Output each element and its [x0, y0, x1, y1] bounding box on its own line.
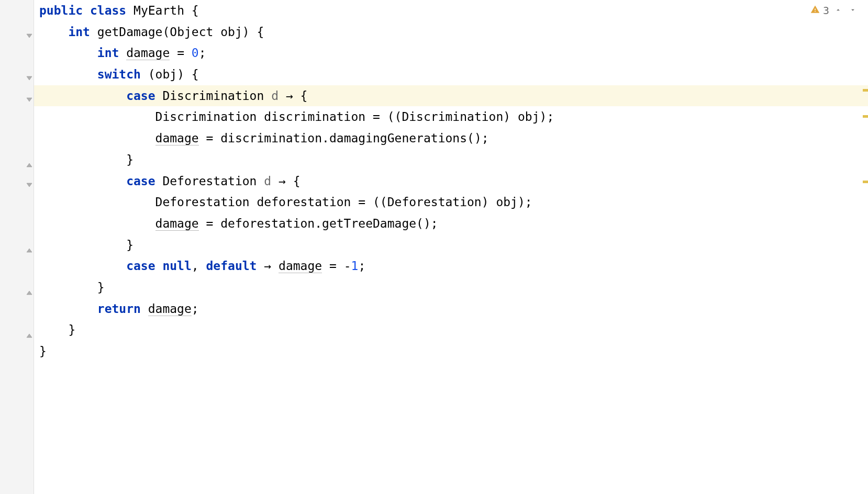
code-line[interactable]: Discrimination discrimination = ((Discri… [34, 106, 868, 128]
fold-open-icon[interactable] [26, 93, 32, 99]
fold-close-icon[interactable] [26, 284, 32, 290]
code-line[interactable]: switch (obj) { [34, 64, 868, 85]
code-line[interactable]: } [34, 319, 868, 341]
prev-highlight-icon[interactable] [832, 6, 844, 16]
fold-close-icon[interactable] [26, 327, 32, 333]
fold-close-icon[interactable] [26, 242, 32, 248]
code-line[interactable]: } [34, 234, 868, 256]
code-line[interactable]: damage = discrimination.damagingGenerati… [34, 128, 868, 149]
code-line[interactable]: case Deforestation d → { [34, 171, 868, 192]
overview-ruler[interactable] [863, 0, 868, 494]
code-area[interactable]: 3 public class MyEarth { int getDamage(O… [34, 0, 868, 494]
code-line[interactable]: public class MyEarth { [34, 0, 868, 21]
fold-open-icon[interactable] [26, 71, 32, 77]
code-line[interactable]: case null, default → damage = -1; [34, 255, 868, 277]
code-line[interactable]: } [34, 149, 868, 171]
code-line[interactable]: int damage = 0; [34, 42, 868, 64]
ruler-warning-mark[interactable] [863, 181, 868, 183]
fold-close-icon[interactable] [26, 156, 32, 163]
fold-open-icon[interactable] [26, 178, 32, 184]
code-line[interactable]: case Discrimination d → { [34, 85, 868, 107]
code-line[interactable]: damage = deforestation.getTreeDamage(); [34, 213, 868, 234]
fold-open-icon[interactable] [26, 29, 32, 35]
code-line[interactable]: return damage; [34, 298, 868, 320]
warning-icon [810, 4, 820, 17]
code-line[interactable]: } [34, 277, 868, 298]
gutter [0, 0, 34, 494]
ruler-warning-mark[interactable] [863, 115, 868, 118]
code-line[interactable]: int getDamage(Object obj) { [34, 21, 868, 43]
code-line[interactable]: Deforestation deforestation = ((Deforest… [34, 192, 868, 213]
ruler-warning-mark[interactable] [863, 89, 868, 92]
next-highlight-icon[interactable] [847, 6, 859, 16]
code-line[interactable]: } [34, 341, 868, 362]
code-editor[interactable]: 3 public class MyEarth { int getDamage(O… [0, 0, 868, 494]
inspections-widget[interactable]: 3 [810, 4, 859, 17]
warning-count: 3 [823, 4, 829, 17]
